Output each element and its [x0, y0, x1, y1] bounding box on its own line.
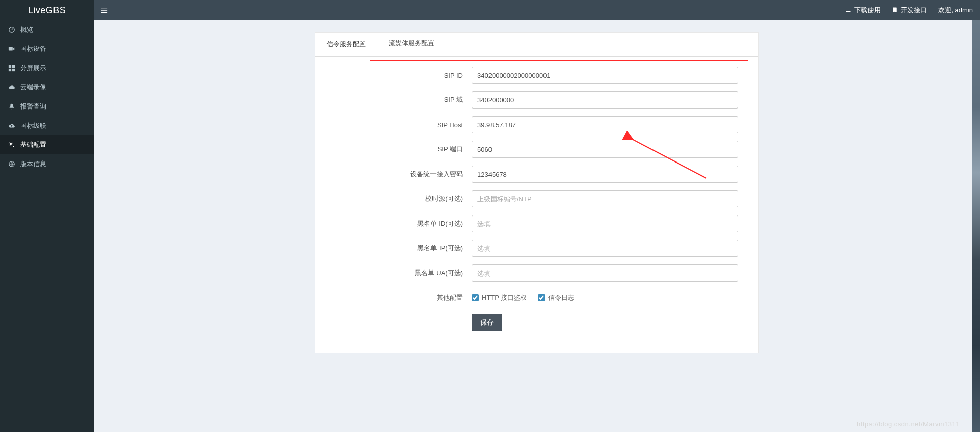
- cloud-up-icon: [8, 122, 15, 129]
- svg-point-6: [10, 143, 12, 145]
- input-device-pwd[interactable]: [472, 166, 738, 183]
- nav-version[interactable]: 版本信息: [0, 154, 94, 174]
- hamburger-icon[interactable]: [101, 7, 108, 14]
- label-sip-port: SIP 端口: [320, 145, 472, 154]
- welcome-text: 欢迎, admin: [938, 6, 973, 15]
- save-button[interactable]: 保存: [472, 314, 502, 331]
- row-sip-domain: SIP 域: [320, 91, 738, 109]
- checkbox-siplog[interactable]: 信令日志: [538, 293, 574, 302]
- dashboard-icon: [8, 26, 15, 33]
- nav-label: 云端录像: [20, 83, 46, 92]
- nav-label: 国标级联: [20, 121, 46, 130]
- row-sip-id: SIP ID: [320, 67, 738, 84]
- download-label: 下载使用: [854, 6, 881, 15]
- input-blacklist-ua[interactable]: [472, 264, 738, 282]
- row-blacklist-ip: 黑名单 IP(可选): [320, 240, 738, 257]
- checkbox-http-auth-label: HTTP 接口鉴权: [482, 293, 527, 302]
- nav-label: 概览: [20, 25, 33, 34]
- nav-cascade[interactable]: 国标级联: [0, 116, 94, 135]
- checkbox-siplog-label: 信令日志: [548, 293, 574, 302]
- app-logo: LiveGBS: [0, 0, 94, 20]
- input-sip-host[interactable]: [472, 116, 738, 133]
- nav-config[interactable]: 基础配置: [0, 135, 94, 154]
- cloud-icon: [8, 84, 15, 91]
- cogs-icon: [8, 141, 15, 148]
- input-sip-domain[interactable]: [472, 91, 738, 109]
- nav-label: 分屏展示: [20, 64, 46, 73]
- tab-media[interactable]: 流媒体服务配置: [377, 33, 446, 56]
- label-blacklist-id: 黑名单 ID(可选): [320, 219, 472, 228]
- user-link[interactable]: 欢迎, admin: [938, 6, 973, 15]
- label-time-src: 校时源(可选): [320, 194, 472, 203]
- sidebar: LiveGBS 概览 国标设备 分屏展示 云端录像 报警查询 国标级联 基础配置: [0, 0, 94, 432]
- label-sip-domain: SIP 域: [320, 95, 472, 104]
- svg-rect-3: [12, 65, 15, 68]
- label-blacklist-ua: 黑名单 UA(可选): [320, 268, 472, 278]
- bell-icon: [8, 103, 15, 110]
- checkbox-http-auth-input[interactable]: [472, 294, 479, 301]
- watermark: https://blog.csdn.net/Marvin1311: [857, 420, 960, 428]
- globe-icon: [8, 160, 15, 168]
- row-blacklist-ua: 黑名单 UA(可选): [320, 264, 738, 282]
- input-sip-id[interactable]: [472, 67, 738, 84]
- tab-signaling[interactable]: 信令服务配置: [315, 33, 377, 56]
- svg-rect-5: [12, 69, 15, 71]
- nav-label: 报警查询: [20, 102, 46, 111]
- nav-alarm[interactable]: 报警查询: [0, 97, 94, 116]
- main-content: 信令服务配置 流媒体服务配置 SIP ID SIP 域 SIP Host SIP…: [94, 20, 980, 365]
- row-time-src: 校时源(可选): [320, 190, 738, 207]
- label-sip-host: SIP Host: [320, 121, 472, 129]
- right-gutter: [972, 0, 980, 432]
- row-sip-host: SIP Host: [320, 116, 738, 133]
- book-icon: [892, 7, 898, 14]
- nav-devices[interactable]: 国标设备: [0, 39, 94, 59]
- nav-label: 国标设备: [20, 44, 46, 53]
- label-device-pwd: 设备统一接入密码: [320, 170, 472, 179]
- row-save: 保存: [320, 314, 738, 331]
- input-sip-port[interactable]: [472, 141, 738, 158]
- nav-overview[interactable]: 概览: [0, 20, 94, 39]
- api-link[interactable]: 开发接口: [892, 6, 927, 15]
- svg-point-7: [13, 146, 14, 147]
- input-blacklist-id[interactable]: [472, 215, 738, 232]
- checkbox-http-auth[interactable]: HTTP 接口鉴权: [472, 293, 527, 302]
- nav-label: 版本信息: [20, 159, 46, 169]
- row-blacklist-id: 黑名单 ID(可选): [320, 215, 738, 232]
- config-panel: 信令服务配置 流媒体服务配置 SIP ID SIP 域 SIP Host SIP…: [315, 32, 759, 353]
- row-other: 其他配置 HTTP 接口鉴权 信令日志: [320, 289, 738, 306]
- api-label: 开发接口: [901, 6, 927, 15]
- nav-list: 概览 国标设备 分屏展示 云端录像 报警查询 国标级联 基础配置 版本信息: [0, 20, 94, 174]
- label-blacklist-ip: 黑名单 IP(可选): [320, 244, 472, 253]
- svg-rect-2: [9, 65, 11, 68]
- label-sip-id: SIP ID: [320, 72, 472, 79]
- nav-cloud-record[interactable]: 云端录像: [0, 78, 94, 97]
- config-form: SIP ID SIP 域 SIP Host SIP 端口 设备统一接入密码 校时…: [315, 57, 758, 353]
- checkbox-siplog-input[interactable]: [538, 294, 545, 301]
- topbar: 下载使用 开发接口 欢迎, admin: [94, 0, 980, 20]
- input-blacklist-ip[interactable]: [472, 240, 738, 257]
- input-time-src[interactable]: [472, 190, 738, 207]
- camera-icon: [8, 45, 15, 52]
- tab-bar: 信令服务配置 流媒体服务配置: [315, 33, 758, 57]
- topbar-right: 下载使用 开发接口 欢迎, admin: [845, 6, 973, 15]
- download-icon: [845, 7, 851, 14]
- nav-split[interactable]: 分屏展示: [0, 59, 94, 78]
- row-device-pwd: 设备统一接入密码: [320, 166, 738, 183]
- nav-label: 基础配置: [20, 140, 46, 149]
- grid-icon: [8, 65, 15, 72]
- row-sip-port: SIP 端口: [320, 141, 738, 158]
- svg-rect-4: [9, 69, 11, 71]
- svg-rect-1: [9, 47, 13, 51]
- label-other: 其他配置: [320, 293, 472, 302]
- download-link[interactable]: 下载使用: [845, 6, 881, 15]
